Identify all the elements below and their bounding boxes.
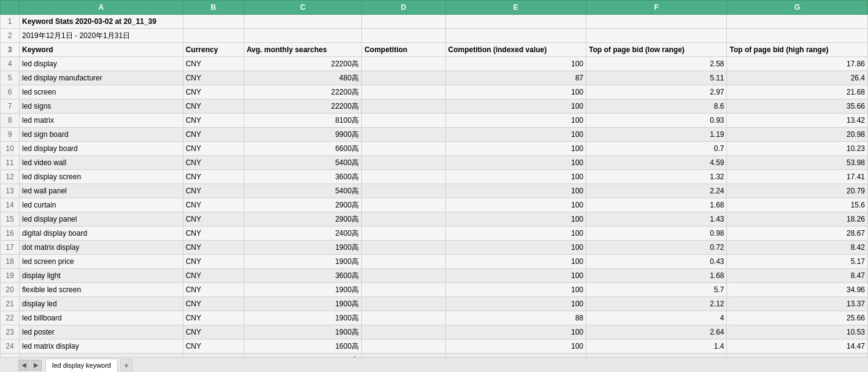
- cell-avg-monthly[interactable]: 5400高: [244, 156, 361, 170]
- cell-bid-low[interactable]: 2.58: [586, 57, 727, 71]
- cell-bid-low[interactable]: 8.6: [586, 99, 727, 114]
- cell-avg-monthly[interactable]: 1600高: [244, 339, 361, 354]
- cell-bid-high[interactable]: 13.37: [727, 297, 868, 311]
- cell-keyword[interactable]: led poster: [20, 325, 183, 339]
- col-header-c[interactable]: C: [244, 1, 361, 15]
- cell-currency[interactable]: CNY: [183, 325, 244, 339]
- cell-currency[interactable]: CNY: [183, 339, 244, 354]
- cell-comp-indexed[interactable]: 100: [445, 57, 586, 71]
- cell-currency[interactable]: CNY: [183, 241, 244, 255]
- cell-bid-low[interactable]: 1.68: [586, 269, 727, 283]
- cell-keyword[interactable]: led display: [20, 57, 183, 71]
- cell-keyword[interactable]: display light: [20, 269, 183, 283]
- cell-avg-monthly[interactable]: 5400高: [244, 184, 361, 198]
- col-header-e[interactable]: E: [445, 1, 586, 15]
- cell-bid-low[interactable]: 5.11: [586, 71, 727, 85]
- cell-bid-high[interactable]: 18.26: [727, 212, 868, 227]
- cell-avg-monthly[interactable]: 3600高: [244, 269, 361, 283]
- cell-comp-indexed[interactable]: 100: [445, 325, 586, 339]
- cell-keyword[interactable]: led matrix: [20, 114, 183, 128]
- cell-keyword[interactable]: led matrix display: [20, 339, 183, 354]
- cell-avg-monthly[interactable]: 1900高: [244, 325, 361, 339]
- cell-keyword[interactable]: led display screen: [20, 170, 183, 184]
- cell-bid-high[interactable]: 13.42: [727, 114, 868, 128]
- col-header-a[interactable]: A: [20, 1, 183, 15]
- cell-currency[interactable]: CNY: [183, 114, 244, 128]
- cell-comp-indexed[interactable]: 100: [445, 85, 586, 99]
- cell-avg-monthly[interactable]: 2900高: [244, 198, 361, 212]
- cell-keyword[interactable]: led curtain: [20, 198, 183, 212]
- cell-comp-indexed[interactable]: 100: [445, 255, 586, 269]
- cell-currency[interactable]: CNY: [183, 57, 244, 71]
- sheet-tab-led-display[interactable]: led display keyword: [45, 358, 118, 372]
- cell-avg-monthly[interactable]: 1900高: [244, 297, 361, 311]
- cell-comp-indexed[interactable]: 100: [445, 198, 586, 212]
- cell-avg-monthly[interactable]: 1900高: [244, 241, 361, 255]
- prev-sheet-btn[interactable]: ◀: [18, 360, 29, 371]
- cell-currency[interactable]: CNY: [183, 99, 244, 114]
- cell-comp-indexed[interactable]: 100: [445, 184, 586, 198]
- cell-currency[interactable]: CNY: [183, 283, 244, 297]
- cell-avg-monthly[interactable]: 1900高: [244, 311, 361, 325]
- cell-currency[interactable]: CNY: [183, 297, 244, 311]
- cell-bid-high[interactable]: 17.41: [727, 170, 868, 184]
- cell-bid-low[interactable]: 1.4: [586, 339, 727, 354]
- cell-comp-indexed[interactable]: 100: [445, 283, 586, 297]
- cell-bid-low[interactable]: 1.19: [586, 128, 727, 142]
- cell-comp-indexed[interactable]: 100: [445, 99, 586, 114]
- cell-keyword[interactable]: digital display board: [20, 227, 183, 241]
- cell-bid-low[interactable]: 0.98: [586, 227, 727, 241]
- cell-keyword[interactable]: flexible led screen: [20, 283, 183, 297]
- cell-bid-high[interactable]: 15.6: [727, 198, 868, 212]
- cell-keyword[interactable]: display led: [20, 297, 183, 311]
- cell-keyword[interactable]: led video wall: [20, 156, 183, 170]
- cell-bid-high[interactable]: 21.68: [727, 85, 868, 99]
- cell-currency[interactable]: CNY: [183, 255, 244, 269]
- cell-comp-indexed[interactable]: 87: [445, 71, 586, 85]
- cell-avg-monthly[interactable]: 9900高: [244, 128, 361, 142]
- cell-currency[interactable]: CNY: [183, 354, 244, 358]
- cell-bid-low[interactable]: 0.72: [586, 241, 727, 255]
- cell-comp-indexed[interactable]: 100: [445, 212, 586, 227]
- cell-keyword[interactable]: led screen: [20, 85, 183, 99]
- cell-keyword[interactable]: led billboard: [20, 311, 183, 325]
- cell-bid-high[interactable]: 34.96: [727, 283, 868, 297]
- cell-bid-high[interactable]: 28.67: [727, 227, 868, 241]
- cell-bid-low[interactable]: 0.7: [586, 142, 727, 156]
- cell-comp-indexed[interactable]: 100: [445, 142, 586, 156]
- cell-currency[interactable]: CNY: [183, 156, 244, 170]
- cell-keyword[interactable]: led display panel: [20, 212, 183, 227]
- add-sheet-btn[interactable]: +: [120, 359, 133, 371]
- cell-bid-low[interactable]: 1.68: [586, 198, 727, 212]
- cell-bid-high[interactable]: 53.98: [727, 156, 868, 170]
- cell-bid-high[interactable]: 8.47: [727, 269, 868, 283]
- cell-comp-indexed[interactable]: 100: [445, 128, 586, 142]
- cell-avg-monthly[interactable]: 2900高: [244, 212, 361, 227]
- cell-bid-high[interactable]: 8.42: [727, 241, 868, 255]
- cell-comp-indexed[interactable]: 100: [445, 156, 586, 170]
- cell-avg-monthly[interactable]: 2400高: [244, 227, 361, 241]
- cell-comp-indexed[interactable]: 88: [445, 311, 586, 325]
- cell-currency[interactable]: CNY: [183, 269, 244, 283]
- cell-bid-low[interactable]: 2.64: [586, 325, 727, 339]
- cell-avg-monthly[interactable]: 480高: [244, 71, 361, 85]
- cell-comp-indexed[interactable]: 100: [445, 227, 586, 241]
- cell-bid-low[interactable]: 2.97: [586, 85, 727, 99]
- cell-keyword[interactable]: led display board: [20, 142, 183, 156]
- cell-bid-high[interactable]: 20.79: [727, 184, 868, 198]
- cell-keyword[interactable]: led screen price: [20, 255, 183, 269]
- cell-avg-monthly[interactable]: 22200高: [244, 99, 361, 114]
- cell-currency[interactable]: CNY: [183, 212, 244, 227]
- cell-bid-high[interactable]: 14.12: [727, 354, 868, 358]
- cell-currency[interactable]: CNY: [183, 170, 244, 184]
- cell-bid-low[interactable]: 1.43: [586, 212, 727, 227]
- cell-bid-high[interactable]: 14.47: [727, 339, 868, 354]
- cell-bid-low[interactable]: 0.93: [586, 114, 727, 128]
- cell-currency[interactable]: CNY: [183, 71, 244, 85]
- cell-bid-high[interactable]: 10.23: [727, 142, 868, 156]
- cell-currency[interactable]: CNY: [183, 85, 244, 99]
- cell-bid-high[interactable]: 26.4: [727, 71, 868, 85]
- cell-currency[interactable]: CNY: [183, 311, 244, 325]
- cell-currency[interactable]: CNY: [183, 142, 244, 156]
- cell-currency[interactable]: CNY: [183, 227, 244, 241]
